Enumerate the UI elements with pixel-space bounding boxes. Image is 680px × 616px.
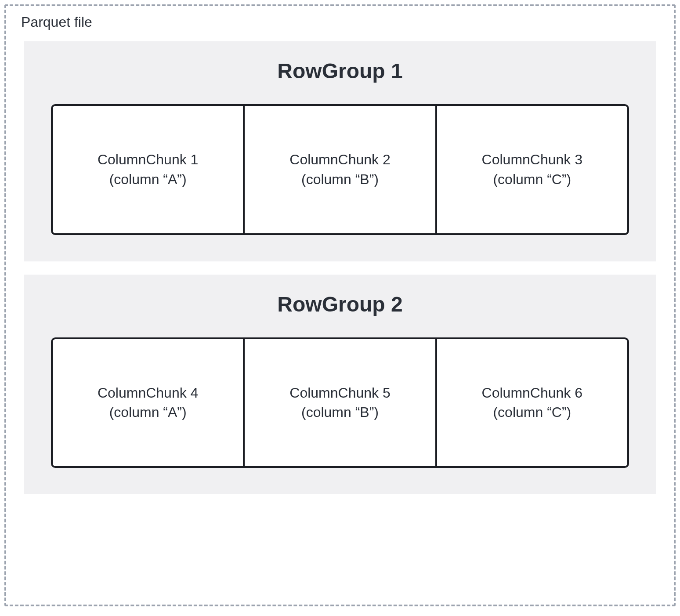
column-chunk-5: ColumnChunk 5 (column “B”) xyxy=(245,339,437,467)
row-group-2-title: RowGroup 2 xyxy=(51,292,629,316)
row-group-1: RowGroup 1 ColumnChunk 1 (column “A”) Co… xyxy=(24,41,656,261)
column-chunk-6-name: ColumnChunk 6 xyxy=(482,383,582,403)
column-chunk-6: ColumnChunk 6 (column “C”) xyxy=(437,339,627,467)
column-chunk-4-column: (column “A”) xyxy=(109,402,187,422)
column-chunk-4-name: ColumnChunk 4 xyxy=(98,383,198,403)
column-chunk-1-name: ColumnChunk 1 xyxy=(98,150,198,170)
parquet-file-label: Parquet file xyxy=(18,14,95,30)
column-chunk-3-column: (column “C”) xyxy=(493,170,571,189)
parquet-file-container: Parquet file RowGroup 1 ColumnChunk 1 (c… xyxy=(4,4,676,606)
column-chunk-1: ColumnChunk 1 (column “A”) xyxy=(53,106,245,233)
row-group-1-title: RowGroup 1 xyxy=(51,59,629,83)
column-chunk-1-column: (column “A”) xyxy=(109,170,187,189)
row-group-1-chunks: ColumnChunk 1 (column “A”) ColumnChunk 2… xyxy=(51,104,629,235)
column-chunk-4: ColumnChunk 4 (column “A”) xyxy=(53,339,245,467)
column-chunk-2: ColumnChunk 2 (column “B”) xyxy=(245,106,437,233)
column-chunk-5-column: (column “B”) xyxy=(301,402,379,422)
column-chunk-3-name: ColumnChunk 3 xyxy=(482,150,582,170)
column-chunk-6-column: (column “C”) xyxy=(493,402,571,422)
row-groups-container: RowGroup 1 ColumnChunk 1 (column “A”) Co… xyxy=(24,6,656,494)
column-chunk-5-name: ColumnChunk 5 xyxy=(289,383,390,403)
column-chunk-3: ColumnChunk 3 (column “C”) xyxy=(437,106,627,233)
column-chunk-2-name: ColumnChunk 2 xyxy=(289,150,390,170)
column-chunk-2-column: (column “B”) xyxy=(301,170,379,189)
row-group-2-chunks: ColumnChunk 4 (column “A”) ColumnChunk 5… xyxy=(51,337,629,468)
row-group-2: RowGroup 2 ColumnChunk 4 (column “A”) Co… xyxy=(24,275,656,495)
